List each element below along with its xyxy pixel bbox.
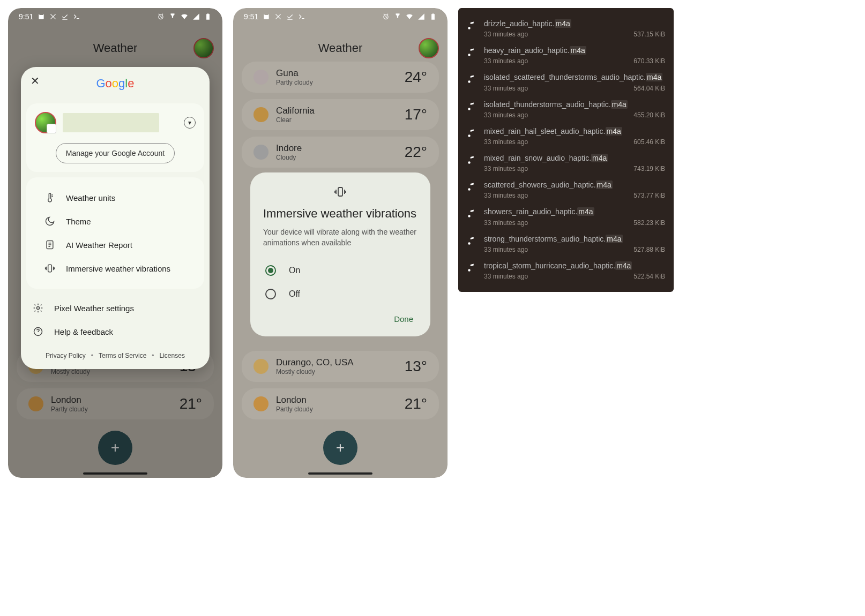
manage-account-button[interactable]: Manage your Google Account [56, 143, 175, 163]
file-size: 455.20 KiB [633, 111, 665, 119]
file-row[interactable]: tropical_storm_hurricane_audio_haptic.m4… [458, 258, 674, 284]
file-age: 33 minutes ago [484, 138, 528, 146]
file-size: 522.54 KiB [633, 273, 665, 280]
file-name: mixed_rain_snow_audio_haptic.m4a [484, 153, 665, 163]
file-name: strong_thunderstorms_audio_haptic.m4a [484, 234, 665, 244]
file-name: showers_rain_audio_haptic.m4a [484, 207, 665, 216]
menu-label: AI Weather Report [66, 241, 132, 250]
file-age: 33 minutes ago [484, 246, 528, 253]
alarm-icon [157, 13, 165, 20]
vibration-dialog: Immersive weather vibrations Your device… [250, 172, 430, 336]
account-sheet: ✕ Google ▾ Manage your Google Account We… [21, 67, 210, 369]
file-age: 33 minutes ago [484, 31, 528, 38]
music-note-icon [467, 263, 476, 273]
thermometer-icon [44, 192, 55, 203]
radio-label: Off [289, 289, 300, 299]
svg-rect-6 [338, 187, 342, 196]
menu-label: Pixel Weather settings [54, 304, 134, 313]
radio-off[interactable]: Off [263, 282, 417, 306]
file-name: scattered_showers_audio_haptic.m4a [484, 180, 665, 190]
radio-button-icon [265, 289, 276, 299]
menu-help[interactable]: Help & feedback [21, 320, 210, 343]
file-row[interactable]: heavy_rain_audio_haptic.m4a 33 minutes a… [458, 42, 674, 69]
file-size: 743.19 KiB [633, 165, 665, 172]
menu-vibrations[interactable]: Immersive weather vibrations [33, 257, 198, 280]
file-size: 670.33 KiB [633, 57, 665, 65]
vibration-icon [263, 185, 417, 198]
cat-icon [263, 13, 270, 20]
file-age: 33 minutes ago [484, 192, 528, 199]
file-row[interactable]: isolated_thunderstorms_audio_haptic.m4a … [458, 96, 674, 123]
music-note-icon [467, 209, 476, 219]
file-row[interactable]: showers_rain_audio_haptic.m4a 33 minutes… [458, 204, 674, 230]
file-name: tropical_storm_hurricane_audio_haptic.m4… [484, 261, 665, 271]
file-age: 33 minutes ago [484, 85, 528, 92]
file-row[interactable]: mixed_rain_hail_sleet_audio_haptic.m4a 3… [458, 123, 674, 150]
radio-label: On [289, 266, 300, 275]
file-row[interactable]: scattered_showers_audio_haptic.m4a 33 mi… [458, 177, 674, 204]
account-name-redacted [63, 113, 159, 132]
account-card: ▾ Manage your Google Account [26, 103, 204, 172]
file-name: isolated_thunderstorms_audio_haptic.m4a [484, 100, 665, 109]
check-icon [61, 13, 69, 20]
account-row[interactable]: ▾ [33, 110, 198, 136]
menu-pixel-settings[interactable]: Pixel Weather settings [21, 296, 210, 320]
menu-card: Weather units Theme AI Weather Report [26, 177, 204, 289]
gear-icon [33, 303, 43, 313]
clock: 9:51 [19, 12, 33, 21]
google-logo: Google [96, 77, 134, 91]
legal-footer: Privacy Policy • Terms of Service • Lice… [21, 345, 210, 369]
file-size: 564.04 KiB [633, 85, 665, 92]
phone-wifi-icon [169, 13, 176, 20]
svg-point-3 [37, 307, 40, 310]
music-note-icon [467, 236, 476, 246]
x-icon [274, 13, 282, 20]
privacy-link[interactable]: Privacy Policy [46, 352, 86, 359]
radio-button-icon [265, 265, 276, 276]
file-size: 537.15 KiB [633, 31, 665, 38]
menu-theme[interactable]: Theme [33, 209, 198, 233]
cat-icon [38, 13, 45, 20]
tos-link[interactable]: Terms of Service [99, 352, 146, 359]
battery-icon [429, 13, 437, 20]
help-icon [33, 326, 43, 337]
phone-vibration-dialog: Weather Guna Partly cloudy 24° Californi… [233, 8, 448, 478]
file-age: 33 minutes ago [484, 57, 528, 65]
svg-rect-2 [48, 265, 52, 272]
menu-weather-units[interactable]: Weather units [33, 186, 198, 209]
menu-label: Help & feedback [54, 327, 113, 336]
wifi-icon [406, 13, 413, 20]
music-note-icon [467, 48, 476, 57]
file-age: 33 minutes ago [484, 219, 528, 227]
menu-label: Weather units [66, 193, 115, 202]
file-row[interactable]: mixed_rain_snow_audio_haptic.m4a 33 minu… [458, 150, 674, 177]
file-name: heavy_rain_audio_haptic.m4a [484, 46, 665, 55]
file-size: 605.46 KiB [633, 138, 665, 146]
file-row[interactable]: strong_thunderstorms_audio_haptic.m4a 33… [458, 231, 674, 258]
dialog-body: Your device will vibrate along with the … [263, 227, 417, 248]
status-bar: 9:51 [8, 8, 222, 25]
file-name: isolated_scattered_thunderstorms_audio_h… [484, 72, 665, 82]
file-row[interactable]: drizzle_audio_haptic.m4a 33 minutes ago … [458, 16, 674, 42]
close-icon[interactable]: ✕ [28, 74, 41, 87]
done-button[interactable]: Done [263, 306, 417, 324]
phone-wifi-icon [394, 13, 401, 20]
chevron-down-icon[interactable]: ▾ [184, 117, 196, 129]
file-size: 573.77 KiB [633, 192, 665, 199]
file-name: drizzle_audio_haptic.m4a [484, 19, 665, 28]
file-row[interactable]: isolated_scattered_thunderstorms_audio_h… [458, 69, 674, 96]
music-note-icon [467, 182, 476, 192]
music-note-icon [467, 155, 476, 165]
phone-account-menu: Weather Durango, CO, USA Mostly cloudy 1… [8, 8, 222, 478]
radio-on[interactable]: On [263, 259, 417, 282]
dialog-title: Immersive weather vibrations [263, 207, 417, 221]
wifi-icon [181, 13, 188, 20]
music-note-icon [467, 21, 476, 31]
licenses-link[interactable]: Licenses [160, 352, 185, 359]
file-size: 527.88 KiB [633, 246, 665, 253]
file-name: mixed_rain_hail_sleet_audio_haptic.m4a [484, 126, 665, 136]
document-sparkle-icon [44, 239, 55, 250]
clock: 9:51 [244, 12, 258, 21]
vibration-icon [44, 263, 55, 274]
menu-ai-report[interactable]: AI Weather Report [33, 233, 198, 257]
